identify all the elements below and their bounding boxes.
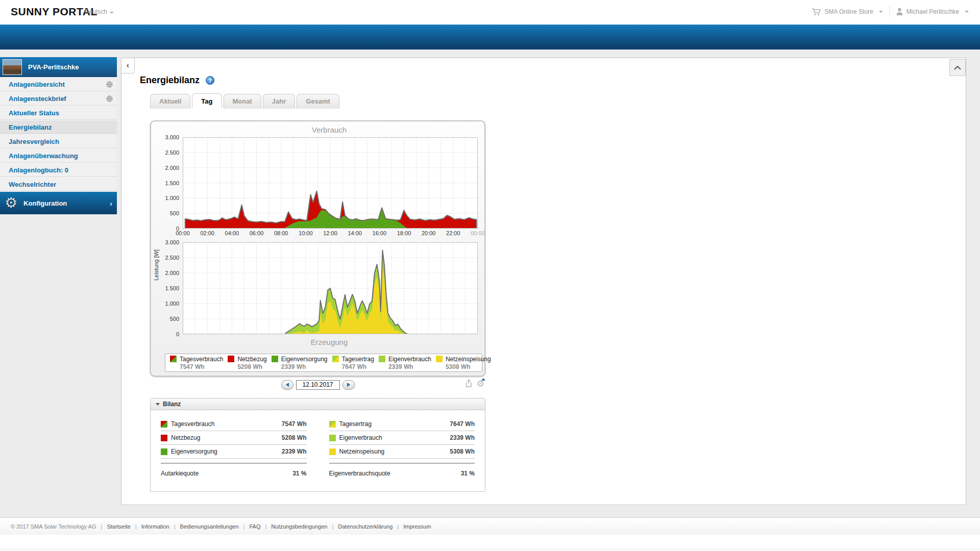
- language-selector[interactable]: Deutsch: [85, 8, 114, 15]
- legend-swatch: [228, 356, 234, 362]
- sidebar-item[interactable]: Anlagenüberwachung: [0, 148, 117, 163]
- sidebar-item[interactable]: Jahresvergleich: [0, 134, 117, 148]
- autarkiequote-row: Autarkiequote 31 %: [161, 463, 307, 481]
- tab-tag[interactable]: Tag: [192, 93, 222, 108]
- bilanz-value: 5208 Wh: [282, 434, 307, 441]
- sidebar-item[interactable]: Anlagenübersicht: [0, 77, 117, 91]
- bilanz-swatch: [161, 435, 167, 441]
- bilanz-label: Eigenversorgung: [171, 448, 217, 455]
- bilanz-swatch: [329, 421, 336, 428]
- y-axis-tick: 1.500: [151, 285, 179, 291]
- bilanz-header[interactable]: Bilanz: [151, 398, 485, 410]
- sidebar-item[interactable]: Anlagensteckbrief: [0, 91, 117, 106]
- x-axis-tick: 12:00: [323, 230, 337, 236]
- legend-value: 7547 Wh: [180, 363, 223, 370]
- top-header: SUNNY PORTAL Deutsch SMA Online Store Mi…: [0, 0, 980, 24]
- date-input[interactable]: [296, 380, 340, 390]
- sunny-portal-page: SUNNY PORTAL Deutsch SMA Online Store Mi…: [0, 0, 980, 551]
- chevron-down-icon: [879, 11, 883, 13]
- bilanz-value: 2339 Wh: [450, 434, 475, 441]
- chart-title-erzeugung: Erzeugung: [182, 338, 477, 346]
- legend-item: Netzeinspeisung5308 Wh: [431, 356, 491, 370]
- legend-item: Eigenversorgung2339 Wh: [267, 356, 328, 370]
- sidebar-item-konfiguration[interactable]: ⚙ Konfiguration ›: [0, 191, 117, 214]
- bilanz-label: Netzeinspeisung: [339, 448, 385, 455]
- sidebar-item-label: Anlagenüberwachung: [9, 152, 78, 160]
- bilanz-value: 7547 Wh: [282, 420, 307, 428]
- next-day-button[interactable]: [342, 380, 355, 390]
- footer-link[interactable]: Impressum: [403, 523, 431, 530]
- triangle-up-icon: [481, 378, 485, 381]
- verbrauch-area-chart: [183, 137, 478, 229]
- x-axis-tick: 14:00: [348, 230, 362, 236]
- help-icon[interactable]: ?: [206, 76, 214, 85]
- legend-swatch: [170, 356, 177, 362]
- erzeugung-area-chart: [183, 242, 478, 334]
- footer: © 2017 SMA Solar Technology AG |Startsei…: [0, 517, 980, 535]
- sidebar-item[interactable]: Anlagenlogbuch: 0: [0, 163, 117, 177]
- bilanz-label: Netzbezug: [171, 434, 200, 441]
- bottom-divider: [0, 549, 980, 549]
- summary-label: Eigenverbrauchsquote: [329, 470, 390, 477]
- previous-day-button[interactable]: [281, 380, 293, 390]
- plant-header[interactable]: PVA-Perlitschke: [0, 57, 117, 77]
- tab-aktuell[interactable]: Aktuell: [150, 94, 190, 109]
- y-axis-tick: 3.000: [151, 134, 179, 140]
- arrow-left-icon: [286, 383, 289, 387]
- bilanz-row: Netzbezug5208 Wh: [161, 431, 307, 445]
- sma-online-store-menu[interactable]: SMA Online Store: [812, 8, 883, 16]
- tab-monat[interactable]: Monat: [224, 94, 261, 109]
- y-axis-tick: 3.000: [151, 239, 179, 245]
- user-menu[interactable]: Michael Perlitschke: [896, 8, 969, 16]
- x-axis-tick: 06:00: [250, 230, 264, 236]
- sidebar-item[interactable]: Aktueller Status: [0, 106, 117, 120]
- chevron-down-icon: [965, 11, 969, 13]
- legend-value: 7647 Wh: [342, 363, 374, 370]
- footer-link[interactable]: Nutzungsbedingungen: [271, 523, 327, 530]
- sidebar-collapse-button[interactable]: ‹: [121, 58, 135, 73]
- summary-value: 31 %: [292, 470, 306, 477]
- bilanz-label: Tagesverbrauch: [171, 420, 214, 428]
- footer-separator: |: [332, 523, 333, 530]
- y-axis-tick: 1.500: [151, 180, 179, 186]
- legend-item: Netzbezug5208 Wh: [223, 356, 266, 370]
- footer-separator: |: [243, 523, 245, 530]
- chart-settings-button[interactable]: ⚙: [477, 380, 484, 389]
- footer-separator: |: [265, 523, 266, 530]
- tab-jahr[interactable]: Jahr: [263, 94, 295, 109]
- scroll-top-button[interactable]: [949, 59, 966, 76]
- export-button[interactable]: [464, 379, 473, 389]
- footer-separator: |: [101, 523, 103, 530]
- footer-link[interactable]: FAQ: [249, 523, 260, 530]
- user-icon: [896, 8, 903, 16]
- sidebar-item[interactable]: Wechselrichter: [0, 177, 117, 191]
- bilanz-label: Eigenverbrauch: [339, 434, 382, 441]
- footer-link[interactable]: Information: [141, 523, 169, 530]
- footer-link[interactable]: Bedienungsanleitungen: [180, 523, 239, 530]
- legend-item: Tagesertrag7647 Wh: [328, 356, 374, 370]
- content-panel: ‹ Energiebilanz ? AktuellTagMonatJahrGes…: [121, 58, 966, 505]
- eigenverbrauchsquote-row: Eigenverbrauchsquote 31 %: [329, 463, 475, 481]
- sidebar-item-label: Jahresvergleich: [9, 138, 59, 145]
- y-axis-tick: 1.000: [151, 300, 179, 307]
- legend-value: 2339 Wh: [388, 363, 431, 370]
- header-divider: [889, 7, 890, 17]
- tab-gesamt[interactable]: Gesamt: [297, 94, 339, 109]
- copyright: © 2017 SMA Solar Technology AG: [11, 523, 96, 530]
- store-label: SMA Online Store: [824, 8, 873, 15]
- summary-label: Autarkiequote: [161, 470, 199, 477]
- sidebar-item[interactable]: Energiebilanz: [0, 120, 117, 134]
- chart-legend: Tagesverbrauch7547 WhNetzbezug5208 WhEig…: [165, 354, 482, 372]
- y-axis-tick: 0: [151, 331, 179, 337]
- sidebar-item-label: Anlagenübersicht: [9, 81, 65, 88]
- legend-label: Netzeinspeisung: [446, 356, 491, 363]
- sidebar-item-label: Anlagensteckbrief: [9, 95, 66, 103]
- legend-swatch: [436, 356, 443, 362]
- bilanz-row: Tagesverbrauch7547 Wh: [161, 417, 307, 431]
- y-axis-tick: 2.500: [151, 255, 179, 261]
- energy-chart-box: Verbrauch Leistung [W] Erzeugung Tagesve…: [150, 120, 485, 377]
- y-axis-tick: 2.000: [151, 270, 179, 276]
- footer-link[interactable]: Startseite: [107, 523, 130, 530]
- arrow-right-icon: [347, 383, 350, 387]
- footer-link[interactable]: Datenschutzerklärung: [338, 523, 393, 530]
